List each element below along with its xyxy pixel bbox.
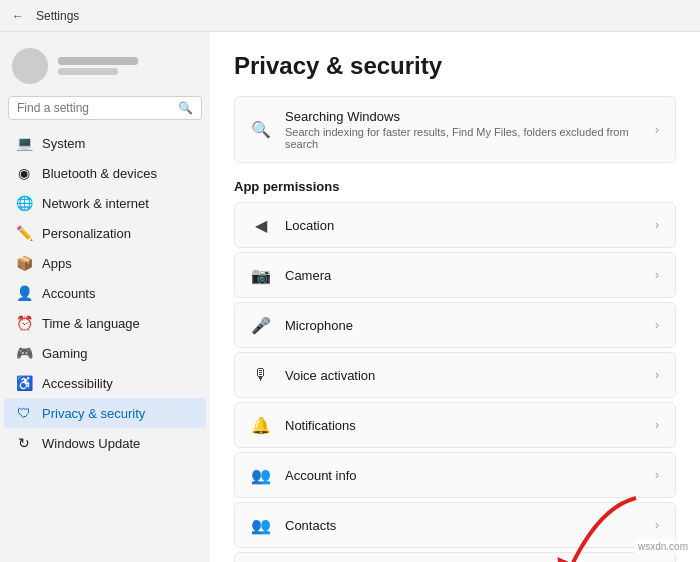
perm-text-camera: Camera	[285, 268, 641, 283]
perm-label-camera: Camera	[285, 268, 641, 283]
sidebar-icon-personalization: ✏️	[16, 225, 32, 241]
sidebar: 🔍 💻 System ◉ Bluetooth & devices 🌐 Netwo…	[0, 32, 210, 562]
sidebar-label-windows-update: Windows Update	[42, 436, 140, 451]
perm-label-voice: Voice activation	[285, 368, 641, 383]
perm-label-location: Location	[285, 218, 641, 233]
permission-row-location[interactable]: ◀ Location ›	[234, 202, 676, 248]
perm-icon-location: ◀	[251, 215, 271, 235]
sidebar-item-network[interactable]: 🌐 Network & internet	[4, 188, 206, 218]
perm-label-microphone: Microphone	[285, 318, 641, 333]
sidebar-label-time: Time & language	[42, 316, 140, 331]
sidebar-icon-accessibility: ♿	[16, 375, 32, 391]
sidebar-item-time[interactable]: ⏰ Time & language	[4, 308, 206, 338]
sidebar-icon-gaming: 🎮	[16, 345, 32, 361]
perm-chevron-account-info: ›	[655, 468, 659, 482]
titlebar-title: Settings	[36, 9, 79, 23]
perm-chevron-location: ›	[655, 218, 659, 232]
sidebar-item-personalization[interactable]: ✏️ Personalization	[4, 218, 206, 248]
page-title: Privacy & security	[234, 52, 676, 80]
perm-label-account-info: Account info	[285, 468, 641, 483]
perm-icon-contacts: 👥	[251, 515, 271, 535]
perm-chevron-notifications: ›	[655, 418, 659, 432]
permission-row-account-info[interactable]: 👥 Account info ›	[234, 452, 676, 498]
perm-chevron-voice: ›	[655, 368, 659, 382]
user-name-bar	[58, 57, 138, 65]
perm-icon-notifications: 🔔	[251, 415, 271, 435]
sidebar-item-bluetooth[interactable]: ◉ Bluetooth & devices	[4, 158, 206, 188]
user-profile	[0, 40, 210, 96]
sidebar-label-accounts: Accounts	[42, 286, 95, 301]
sidebar-icon-apps: 📦	[16, 255, 32, 271]
sidebar-icon-network: 🌐	[16, 195, 32, 211]
sidebar-label-system: System	[42, 136, 85, 151]
search-icon: 🔍	[178, 101, 193, 115]
searching-windows-row[interactable]: 🔍 Searching Windows Search indexing for …	[234, 96, 676, 163]
main-content: Privacy & security 🔍 Searching Windows S…	[210, 32, 700, 562]
perm-icon-camera: 📷	[251, 265, 271, 285]
sidebar-item-accounts[interactable]: 👤 Accounts	[4, 278, 206, 308]
app-permissions-header: App permissions	[234, 179, 676, 194]
searching-windows-text: Searching Windows Search indexing for fa…	[285, 109, 641, 150]
perm-text-location: Location	[285, 218, 641, 233]
sidebar-item-apps[interactable]: 📦 Apps	[4, 248, 206, 278]
watermark: wsxdn.com	[634, 539, 692, 554]
perm-chevron-microphone: ›	[655, 318, 659, 332]
titlebar: ← Settings	[0, 0, 700, 32]
perm-text-voice: Voice activation	[285, 368, 641, 383]
sidebar-label-accessibility: Accessibility	[42, 376, 113, 391]
sidebar-icon-privacy: 🛡	[16, 405, 32, 421]
permission-rows-container: ◀ Location › 📷 Camera › 🎤 Microphone › 🎙…	[234, 202, 676, 562]
perm-label-contacts: Contacts	[285, 518, 641, 533]
user-sub-bar	[58, 68, 118, 75]
sidebar-label-bluetooth: Bluetooth & devices	[42, 166, 157, 181]
sidebar-icon-accounts: 👤	[16, 285, 32, 301]
permission-row-notifications[interactable]: 🔔 Notifications ›	[234, 402, 676, 448]
perm-text-contacts: Contacts	[285, 518, 641, 533]
search-windows-icon: 🔍	[251, 120, 271, 140]
permission-row-microphone[interactable]: 🎤 Microphone ›	[234, 302, 676, 348]
sidebar-label-personalization: Personalization	[42, 226, 131, 241]
perm-chevron-camera: ›	[655, 268, 659, 282]
sidebar-icon-time: ⏰	[16, 315, 32, 331]
sidebar-icon-system: 💻	[16, 135, 32, 151]
perm-icon-account-info: 👥	[251, 465, 271, 485]
permission-row-contacts[interactable]: 👥 Contacts ›	[234, 502, 676, 548]
sidebar-icon-bluetooth: ◉	[16, 165, 32, 181]
sidebar-label-gaming: Gaming	[42, 346, 88, 361]
sidebar-item-windows-update[interactable]: ↻ Windows Update	[4, 428, 206, 458]
user-info	[58, 57, 138, 75]
permission-row-voice[interactable]: 🎙 Voice activation ›	[234, 352, 676, 398]
searching-windows-chevron: ›	[655, 123, 659, 137]
sidebar-item-accessibility[interactable]: ♿ Accessibility	[4, 368, 206, 398]
avatar	[12, 48, 48, 84]
searching-windows-sub: Search indexing for faster results, Find…	[285, 126, 641, 150]
search-input[interactable]	[17, 101, 172, 115]
perm-icon-voice: 🎙	[251, 365, 271, 385]
perm-text-account-info: Account info	[285, 468, 641, 483]
perm-icon-microphone: 🎤	[251, 315, 271, 335]
sidebar-item-system[interactable]: 💻 System	[4, 128, 206, 158]
sidebar-label-privacy: Privacy & security	[42, 406, 145, 421]
searching-windows-label: Searching Windows	[285, 109, 641, 124]
perm-chevron-contacts: ›	[655, 518, 659, 532]
sidebar-item-privacy[interactable]: 🛡 Privacy & security	[4, 398, 206, 428]
sidebar-icon-windows-update: ↻	[16, 435, 32, 451]
sidebar-item-gaming[interactable]: 🎮 Gaming	[4, 338, 206, 368]
back-button[interactable]: ←	[8, 6, 28, 26]
search-box[interactable]: 🔍	[8, 96, 202, 120]
perm-text-notifications: Notifications	[285, 418, 641, 433]
sidebar-items-container: 💻 System ◉ Bluetooth & devices 🌐 Network…	[0, 128, 210, 458]
sidebar-label-apps: Apps	[42, 256, 72, 271]
app-body: 🔍 💻 System ◉ Bluetooth & devices 🌐 Netwo…	[0, 32, 700, 562]
perm-label-notifications: Notifications	[285, 418, 641, 433]
permission-row-camera[interactable]: 📷 Camera ›	[234, 252, 676, 298]
perm-text-microphone: Microphone	[285, 318, 641, 333]
sidebar-label-network: Network & internet	[42, 196, 149, 211]
permission-row-documents[interactable]: 📄 Documents ›	[234, 552, 676, 562]
